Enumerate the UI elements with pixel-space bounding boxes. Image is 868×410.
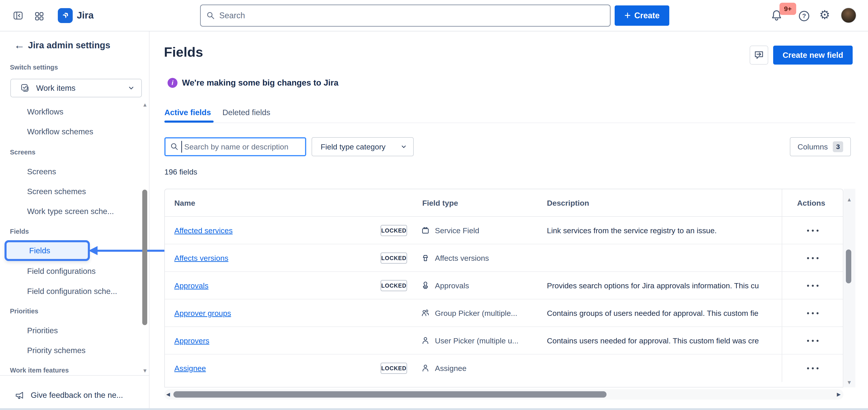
gear-icon: ⚙	[819, 8, 830, 21]
field-name-link[interactable]: Assignee	[174, 364, 206, 373]
page-feedback-button[interactable]	[750, 45, 768, 65]
row-actions-button[interactable]	[782, 244, 843, 272]
global-search[interactable]	[200, 4, 611, 27]
create-button-label: Create	[634, 11, 659, 20]
back-arrow-icon[interactable]: ←	[14, 39, 25, 51]
row-actions-button[interactable]	[782, 217, 843, 244]
table-row: Approvals LOCKED Approvals Provides sear…	[165, 272, 843, 299]
collapse-sidebar-button[interactable]	[13, 10, 24, 21]
sidebar-scroll-up-icon[interactable]: ▲	[142, 102, 148, 107]
help-button[interactable]: ?	[799, 11, 809, 21]
search-icon	[206, 11, 215, 20]
jira-logo[interactable]: »	[58, 8, 73, 23]
page-title: Fields	[164, 44, 203, 60]
field-name-link[interactable]: Approver groups	[174, 309, 231, 318]
field-type-label: Group Picker (multiple...	[435, 309, 517, 318]
sidebar-section-screens: Screens	[10, 146, 35, 159]
field-type-label: Approvals	[435, 281, 469, 290]
sidebar-section-fields: Fields	[10, 225, 29, 238]
sidebar-item-work-type-screen-schemes[interactable]: Work type screen sche...	[27, 201, 114, 221]
row-actions-button[interactable]	[782, 272, 843, 299]
app-switcher-button[interactable]	[34, 11, 45, 21]
sidebar-item-fields-label: Fields	[29, 242, 50, 259]
field-description: Link services from the service registry …	[547, 226, 717, 235]
create-new-field-button[interactable]: Create new field	[773, 45, 852, 65]
actions-column-divider	[782, 189, 782, 216]
table-scroll-down-icon[interactable]: ▼	[846, 380, 852, 385]
column-header-name[interactable]: Name	[174, 189, 195, 217]
row-actions-button[interactable]	[782, 354, 843, 382]
jira-logo-icon: »	[59, 9, 71, 21]
sidebar-item-priorities[interactable]: Priorities	[27, 321, 58, 341]
notifications-count-badge: 9+	[779, 3, 796, 15]
field-type-label: Affects versions	[435, 254, 489, 262]
field-search-input[interactable]	[184, 143, 301, 151]
field-type-category-dropdown[interactable]: Field type category	[312, 137, 414, 156]
collapse-sidebar-icon	[13, 10, 23, 21]
work-items-icon	[20, 83, 30, 93]
locked-badge: LOCKED	[380, 252, 407, 264]
app-switcher-grid-icon	[34, 11, 44, 21]
column-header-description[interactable]: Description	[547, 189, 589, 217]
feedback-bubble-icon	[753, 50, 765, 61]
sidebar-footer-divider	[0, 375, 149, 376]
sidebar-item-fields-selected[interactable]: Fields	[4, 240, 90, 261]
scroll-left-icon[interactable]: ◀	[166, 392, 170, 397]
chevron-down-icon	[127, 84, 135, 92]
table-row: Affected services LOCKED Service Field L…	[165, 217, 843, 244]
service-field-icon	[421, 226, 430, 235]
columns-button[interactable]: Columns 3	[790, 137, 851, 156]
scroll-right-icon[interactable]: ▶	[837, 392, 841, 397]
fields-table: Name Field type Description Actions Affe…	[164, 189, 843, 387]
sidebar-item-workflow-schemes[interactable]: Workflow schemes	[27, 122, 93, 141]
sidebar-item-workflows[interactable]: Workflows	[27, 102, 63, 122]
table-scroll-up-icon[interactable]: ▲	[846, 197, 852, 202]
field-search-box[interactable]	[164, 137, 306, 156]
field-name-link[interactable]: Approvals	[174, 281, 209, 290]
table-header-row: Name Field type Description Actions	[165, 189, 843, 217]
field-name-link[interactable]: Affected services	[174, 226, 232, 235]
tab-active-fields[interactable]: Active fields	[164, 108, 211, 119]
locked-badge: LOCKED	[380, 362, 407, 374]
row-actions-button[interactable]	[782, 327, 843, 354]
user-avatar[interactable]	[841, 8, 856, 23]
row-actions-button[interactable]	[782, 299, 843, 327]
sidebar-item-field-configurations[interactable]: Field configurations	[27, 261, 96, 281]
global-search-input[interactable]	[219, 11, 604, 20]
window-bottom-edge	[0, 408, 868, 410]
approvals-stamp-icon	[421, 281, 430, 290]
create-button[interactable]: + Create	[615, 5, 669, 26]
table-row: Assignee LOCKED Assignee	[165, 354, 843, 382]
sidebar-item-screens[interactable]: Screens	[27, 162, 56, 182]
sidebar-title: Jira admin settings	[28, 40, 111, 50]
table-vertical-scrollbar[interactable]	[846, 250, 851, 283]
table-row: Approvers User Picker (multiple u... Con…	[165, 327, 843, 354]
fields-count: 196 fields	[164, 167, 197, 176]
tab-deleted-fields[interactable]: Deleted fields	[222, 108, 270, 119]
info-icon: i	[167, 78, 178, 88]
columns-count-badge: 3	[833, 141, 843, 152]
field-type-label: Assignee	[435, 364, 466, 373]
columns-button-label: Columns	[798, 143, 828, 151]
group-picker-icon	[421, 309, 430, 318]
field-name-link[interactable]: Approvers	[174, 337, 209, 345]
table-horizontal-scrollbar[interactable]	[174, 391, 607, 398]
column-header-field-type[interactable]: Field type	[422, 189, 458, 217]
sidebar-item-screen-schemes[interactable]: Screen schemes	[27, 182, 86, 201]
assignee-user-icon	[421, 364, 430, 373]
sidebar-scroll-down-icon[interactable]: ▼	[142, 368, 148, 373]
sidebar-item-field-configuration-schemes[interactable]: Field configuration sche...	[27, 281, 117, 301]
field-type-label: User Picker (multiple u...	[435, 337, 519, 345]
field-type-category-label: Field type category	[321, 143, 400, 151]
sidebar-feedback-link[interactable]: Give feedback on the ne...	[15, 385, 123, 405]
field-description: Provides search options for Jira approva…	[547, 281, 759, 290]
plus-icon: +	[624, 9, 631, 22]
settings-button[interactable]: ⚙	[819, 8, 830, 21]
table-row: Approver groups Group Picker (multiple..…	[165, 299, 843, 327]
field-name-link[interactable]: Affects versions	[174, 254, 228, 262]
sidebar-scrollbar[interactable]	[142, 190, 147, 325]
sidebar-item-priority-schemes[interactable]: Priority schemes	[27, 341, 86, 360]
question-mark-icon: ?	[799, 11, 809, 21]
top-navigation-bar: » Jira + Create 9+ ? ⚙	[0, 0, 868, 31]
settings-switcher-dropdown[interactable]: Work items	[10, 79, 142, 97]
